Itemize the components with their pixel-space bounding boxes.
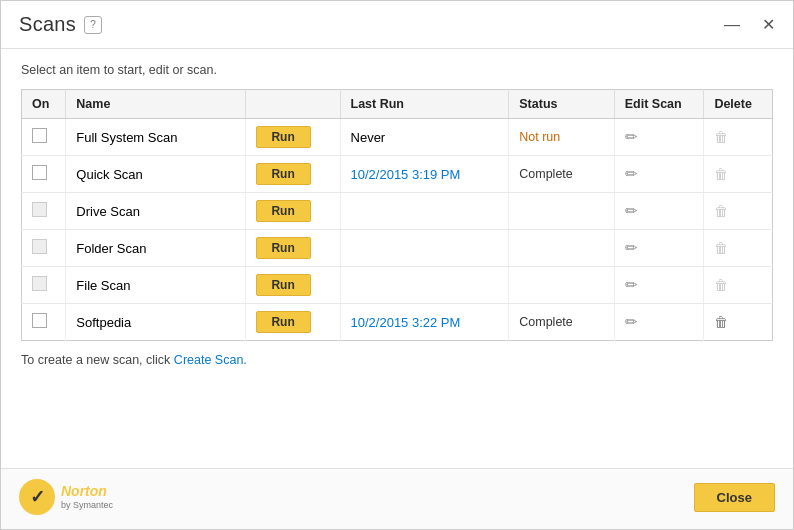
status-row-1: Not run — [509, 119, 614, 156]
run-button-row-4[interactable]: Run — [256, 237, 311, 259]
table-row: File ScanRun✏🗑 — [22, 267, 773, 304]
pencil-icon[interactable]: ✏ — [625, 128, 638, 145]
last-run-row-4 — [340, 230, 509, 267]
norton-brand-name: Norton — [61, 483, 113, 500]
create-scan-link[interactable]: Create Scan. — [174, 353, 247, 367]
run-button-row-3[interactable]: Run — [256, 200, 311, 222]
status-row-6: Complete — [509, 304, 614, 341]
checkbox-row-1[interactable] — [32, 128, 47, 143]
col-header-runbtn — [245, 90, 340, 119]
col-header-edit: Edit Scan — [614, 90, 704, 119]
col-header-delete: Delete — [704, 90, 773, 119]
delete-icon-row-5: 🗑 — [704, 267, 773, 304]
delete-icon-row-2: 🗑 — [704, 156, 773, 193]
delete-icon-row-3: 🗑 — [704, 193, 773, 230]
last-run-row-3 — [340, 193, 509, 230]
delete-icon-row-1: 🗑 — [704, 119, 773, 156]
col-header-on: On — [22, 90, 66, 119]
help-badge[interactable]: ? — [84, 16, 102, 34]
checkbox-row-5 — [32, 276, 47, 291]
trash-icon: 🗑 — [714, 240, 728, 256]
last-run-row-1: Never — [340, 119, 509, 156]
checkbox-row-3 — [32, 202, 47, 217]
table-row: Folder ScanRun✏🗑 — [22, 230, 773, 267]
title-bar: Scans ? — ✕ — [1, 1, 793, 49]
last-run-row-6[interactable]: 10/2/2015 3:22 PM — [340, 304, 509, 341]
scan-name-row-2: Quick Scan — [66, 156, 245, 193]
status-row-4 — [509, 230, 614, 267]
footer-text: To create a new scan, click Create Scan. — [21, 353, 773, 367]
col-header-status: Status — [509, 90, 614, 119]
scan-name-row-3: Drive Scan — [66, 193, 245, 230]
edit-icon-row-3[interactable]: ✏ — [614, 193, 704, 230]
trash-icon: 🗑 — [714, 166, 728, 182]
edit-icon-row-5[interactable]: ✏ — [614, 267, 704, 304]
last-run-row-2[interactable]: 10/2/2015 3:19 PM — [340, 156, 509, 193]
pencil-icon[interactable]: ✏ — [625, 239, 638, 256]
delete-icon-row-4: 🗑 — [704, 230, 773, 267]
pencil-icon[interactable]: ✏ — [625, 202, 638, 219]
norton-check-icon: ✓ — [19, 479, 55, 515]
status-row-3 — [509, 193, 614, 230]
trash-icon: 🗑 — [714, 203, 728, 219]
norton-text: Norton by Symantec — [61, 483, 113, 511]
scan-table: On Name Last Run Status Edit Scan Delete… — [21, 89, 773, 341]
scan-name-row-5: File Scan — [66, 267, 245, 304]
trash-icon[interactable]: 🗑 — [714, 314, 728, 330]
run-button-row-2[interactable]: Run — [256, 163, 311, 185]
footer-static: To create a new scan, click — [21, 353, 174, 367]
pencil-icon[interactable]: ✏ — [625, 165, 638, 182]
close-button[interactable]: Close — [694, 483, 775, 512]
last-run-row-5 — [340, 267, 509, 304]
pencil-icon[interactable]: ✏ — [625, 276, 638, 293]
checkbox-row-6[interactable] — [32, 313, 47, 328]
run-button-row-5[interactable]: Run — [256, 274, 311, 296]
run-button-row-6[interactable]: Run — [256, 311, 311, 333]
scan-name-row-1: Full System Scan — [66, 119, 245, 156]
main-window: Scans ? — ✕ Select an item to start, edi… — [0, 0, 794, 530]
window-controls: — ✕ — [720, 15, 779, 35]
col-header-name: Name — [66, 90, 245, 119]
table-header-row: On Name Last Run Status Edit Scan Delete — [22, 90, 773, 119]
table-row: Drive ScanRun✏🗑 — [22, 193, 773, 230]
title-left: Scans ? — [19, 13, 102, 36]
footer-bar: ✓ Norton by Symantec Close — [1, 468, 793, 529]
run-button-row-1[interactable]: Run — [256, 126, 311, 148]
table-row: Quick ScanRun10/2/2015 3:19 PMComplete✏🗑 — [22, 156, 773, 193]
delete-icon-row-6[interactable]: 🗑 — [704, 304, 773, 341]
col-header-lastrun: Last Run — [340, 90, 509, 119]
edit-icon-row-4[interactable]: ✏ — [614, 230, 704, 267]
edit-icon-row-2[interactable]: ✏ — [614, 156, 704, 193]
scan-name-row-4: Folder Scan — [66, 230, 245, 267]
close-x-button[interactable]: ✕ — [758, 15, 779, 35]
minimize-button[interactable]: — — [720, 15, 744, 35]
edit-icon-row-6[interactable]: ✏ — [614, 304, 704, 341]
norton-logo: ✓ Norton by Symantec — [19, 479, 113, 515]
status-row-2: Complete — [509, 156, 614, 193]
status-row-5 — [509, 267, 614, 304]
content-area: Select an item to start, edit or scan. O… — [1, 49, 793, 468]
trash-icon: 🗑 — [714, 129, 728, 145]
scan-name-row-6: Softpedia — [66, 304, 245, 341]
subtitle-text: Select an item to start, edit or scan. — [21, 63, 773, 77]
checkbox-row-4 — [32, 239, 47, 254]
table-row: SoftpediaRun10/2/2015 3:22 PMComplete✏🗑 — [22, 304, 773, 341]
trash-icon: 🗑 — [714, 277, 728, 293]
table-row: Full System ScanRunNeverNot run✏🗑 — [22, 119, 773, 156]
window-title: Scans — [19, 13, 76, 36]
norton-sub-text: by Symantec — [61, 500, 113, 511]
checkbox-row-2[interactable] — [32, 165, 47, 180]
pencil-icon[interactable]: ✏ — [625, 313, 638, 330]
edit-icon-row-1[interactable]: ✏ — [614, 119, 704, 156]
